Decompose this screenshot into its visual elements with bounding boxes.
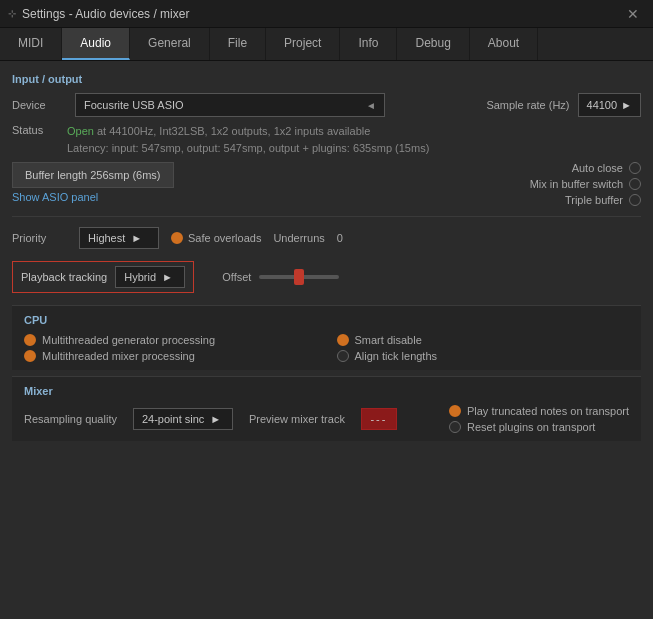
device-arrow: ◄: [366, 100, 376, 111]
status-detail: at 44100Hz, Int32LSB, 1x2 outputs, 1x2 i…: [97, 125, 370, 137]
right-options: Auto close Mix in buffer switch Triple b…: [530, 162, 641, 206]
main-content: Input / output Device Focusrite USB ASIO…: [0, 61, 653, 459]
transport-label-1: Reset plugins on transport: [467, 421, 595, 433]
transport-item-1: Reset plugins on transport: [449, 421, 629, 433]
triple-buffer-row: Triple buffer: [565, 194, 641, 206]
drag-icon: ⊹: [8, 8, 16, 19]
hybrid-arrow: ►: [162, 271, 173, 283]
cpu-item-1: Smart disable: [337, 334, 630, 346]
priority-label: Priority: [12, 232, 67, 244]
tab-info[interactable]: Info: [340, 28, 397, 60]
priority-row: Priority Highest ► Safe overloads Underr…: [12, 227, 641, 249]
mix-in-buffer-label: Mix in buffer switch: [530, 178, 623, 190]
cpu-label-1: Smart disable: [355, 334, 422, 346]
auto-close-toggle[interactable]: [629, 162, 641, 174]
transport-label-0: Play truncated notes on transport: [467, 405, 629, 417]
tab-debug[interactable]: Debug: [397, 28, 469, 60]
hybrid-dropdown[interactable]: Hybrid ►: [115, 266, 185, 288]
resampling-dropdown[interactable]: 24-point sinc ►: [133, 408, 233, 430]
cpu-section-label: CPU: [24, 314, 629, 326]
cpu-toggle-0[interactable]: [24, 334, 36, 346]
status-text: Open at 44100Hz, Int32LSB, 1x2 outputs, …: [67, 123, 429, 156]
sample-rate-value: 44100: [587, 99, 618, 111]
mixer-section-label: Mixer: [24, 385, 629, 397]
buffer-box: Buffer length 256smp (6ms): [12, 162, 174, 188]
tab-general[interactable]: General: [130, 28, 210, 60]
cpu-label-3: Align tick lengths: [355, 350, 438, 362]
device-row: Device Focusrite USB ASIO ◄ Sample rate …: [12, 93, 641, 117]
sample-rate-arrow: ►: [621, 99, 632, 111]
slider-thumb[interactable]: [294, 269, 304, 285]
preview-label: Preview mixer track: [249, 413, 345, 425]
tab-midi[interactable]: MIDI: [0, 28, 62, 60]
device-dropdown[interactable]: Focusrite USB ASIO ◄: [75, 93, 385, 117]
priority-value: Highest: [88, 232, 125, 244]
status-label: Status: [12, 123, 67, 136]
transport-options: Play truncated notes on transport Reset …: [449, 405, 629, 433]
transport-toggle-0[interactable]: [449, 405, 461, 417]
mixer-section: Mixer Resampling quality 24-point sinc ►…: [12, 376, 641, 441]
slider-track: [259, 275, 339, 279]
cpu-grid: Multithreaded generator processing Smart…: [24, 334, 629, 362]
safe-overloads-indicator[interactable]: [171, 232, 183, 244]
safe-overloads-row: Safe overloads: [171, 232, 261, 244]
cpu-toggle-1[interactable]: [337, 334, 349, 346]
cpu-section: CPU Multithreaded generator processing S…: [12, 305, 641, 370]
sample-rate-dropdown[interactable]: 44100 ►: [578, 93, 641, 117]
hybrid-value: Hybrid: [124, 271, 156, 283]
sample-rate-label: Sample rate (Hz): [486, 99, 569, 111]
device-value: Focusrite USB ASIO: [84, 99, 184, 111]
offset-slider[interactable]: [259, 269, 339, 285]
playback-row: Playback tracking Hybrid ►: [12, 261, 194, 293]
resampling-value: 24-point sinc: [142, 413, 204, 425]
cpu-item-3: Align tick lengths: [337, 350, 630, 362]
triple-buffer-toggle[interactable]: [629, 194, 641, 206]
offset-label: Offset: [222, 271, 251, 283]
status-latency: Latency: input: 547smp, output: 547smp, …: [67, 142, 429, 154]
io-section: Input / output Device Focusrite USB ASIO…: [12, 73, 641, 299]
io-section-label: Input / output: [12, 73, 641, 85]
resampling-arrow: ►: [210, 413, 221, 425]
title-bar: ⊹ Settings - Audio devices / mixer ✕: [0, 0, 653, 28]
device-label: Device: [12, 99, 67, 111]
tab-bar: MIDI Audio General File Project Info Deb…: [0, 28, 653, 61]
status-row: Status Open at 44100Hz, Int32LSB, 1x2 ou…: [12, 123, 641, 156]
window-title: Settings - Audio devices / mixer: [22, 7, 189, 21]
mix-in-buffer-toggle[interactable]: [629, 178, 641, 190]
close-button[interactable]: ✕: [621, 4, 645, 24]
tab-file[interactable]: File: [210, 28, 266, 60]
tab-audio[interactable]: Audio: [62, 28, 130, 60]
underruns-label: Underruns: [273, 232, 324, 244]
status-open: Open: [67, 125, 94, 137]
priority-dropdown[interactable]: Highest ►: [79, 227, 159, 249]
auto-close-label: Auto close: [572, 162, 623, 174]
playback-label: Playback tracking: [21, 271, 107, 283]
resampling-label: Resampling quality: [24, 413, 117, 425]
cpu-toggle-2[interactable]: [24, 350, 36, 362]
auto-close-row: Auto close: [572, 162, 641, 174]
cpu-label-0: Multithreaded generator processing: [42, 334, 215, 346]
underruns-value: 0: [337, 232, 343, 244]
cpu-item-0: Multithreaded generator processing: [24, 334, 317, 346]
cpu-label-2: Multithreaded mixer processing: [42, 350, 195, 362]
show-asio-link[interactable]: Show ASIO panel: [12, 191, 174, 203]
tab-about[interactable]: About: [470, 28, 538, 60]
mix-in-buffer-row: Mix in buffer switch: [530, 178, 641, 190]
triple-buffer-label: Triple buffer: [565, 194, 623, 206]
cpu-toggle-3[interactable]: [337, 350, 349, 362]
safe-overloads-label: Safe overloads: [188, 232, 261, 244]
mixer-row: Resampling quality 24-point sinc ► Previ…: [24, 405, 629, 433]
transport-item-0: Play truncated notes on transport: [449, 405, 629, 417]
offset-row: Offset: [222, 269, 339, 285]
sample-rate-section: Sample rate (Hz) 44100 ►: [486, 93, 641, 117]
tab-project[interactable]: Project: [266, 28, 340, 60]
transport-toggle-1[interactable]: [449, 421, 461, 433]
cpu-item-2: Multithreaded mixer processing: [24, 350, 317, 362]
priority-arrow: ►: [131, 232, 142, 244]
preview-button[interactable]: ---: [361, 408, 397, 430]
